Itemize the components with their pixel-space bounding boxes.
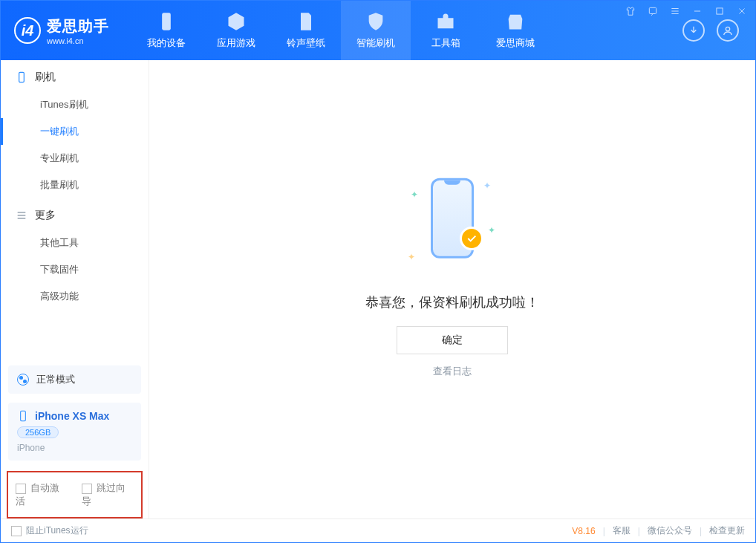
close-button[interactable] xyxy=(736,5,748,17)
nav-label: 智能刷机 xyxy=(356,36,395,50)
block-itunes-checkbox[interactable]: 阻止iTunes运行 xyxy=(11,524,88,537)
top-nav: 我的设备 应用游戏 铃声壁纸 智能刷机 xyxy=(131,1,550,60)
device-type: iPhone xyxy=(17,443,132,453)
nav-label: 爱思商城 xyxy=(496,36,535,50)
phone-icon xyxy=(16,71,27,83)
download-button[interactable] xyxy=(682,19,705,42)
shield-refresh-icon xyxy=(365,11,386,32)
sidebar-item-label: 下载固件 xyxy=(40,264,79,275)
sidebar-group-flash: 刷机 xyxy=(1,60,149,91)
nav-flash[interactable]: 智能刷机 xyxy=(341,1,411,60)
svg-point-1 xyxy=(726,27,729,30)
nav-toolbox[interactable]: 工具箱 xyxy=(411,1,480,60)
nav-label: 我的设备 xyxy=(147,36,186,50)
app-subtitle: www.i4.cn xyxy=(47,36,109,45)
svg-rect-3 xyxy=(717,8,723,14)
header: i4 爱思助手 www.i4.cn 我的设备 应用游戏 xyxy=(1,1,755,60)
auto-activate-checkbox[interactable]: 自动激活 xyxy=(16,481,68,508)
view-log-link[interactable]: 查看日志 xyxy=(433,365,472,378)
status-card[interactable]: 正常模式 xyxy=(8,365,141,394)
minimize-button[interactable] xyxy=(691,5,703,17)
window-controls xyxy=(625,5,748,17)
device-storage: 256GB xyxy=(17,426,59,438)
nav-label: 工具箱 xyxy=(431,36,460,50)
sidebar-item-download-firmware[interactable]: 下载固件 xyxy=(1,256,149,283)
nav-label: 铃声壁纸 xyxy=(287,36,325,50)
mode-icon xyxy=(17,374,29,386)
options-highlight: 自动激活 跳过向导 xyxy=(7,471,143,518)
nav-my-device[interactable]: 我的设备 xyxy=(131,1,201,60)
sidebar-item-oneclick-flash[interactable]: 一键刷机 xyxy=(1,118,149,145)
sidebar-group-more: 更多 xyxy=(1,198,149,230)
wechat-link[interactable]: 微信公众号 xyxy=(648,524,692,537)
sidebar-item-label: 批量刷机 xyxy=(40,179,79,190)
success-panel: ✦ ✦ ✦ ✦ 恭喜您，保资料刷机成功啦！ 确定 查看日志 xyxy=(365,164,539,378)
sparkle-icon: ✦ xyxy=(411,189,418,200)
support-link[interactable]: 客服 xyxy=(613,524,630,537)
sidebar-item-itunes-flash[interactable]: iTunes刷机 xyxy=(1,91,149,118)
checkbox-label: 阻止iTunes运行 xyxy=(26,525,88,536)
sidebar-item-other-tools[interactable]: 其他工具 xyxy=(1,230,149,256)
nav-label: 应用游戏 xyxy=(217,36,255,50)
logo-text: 爱思助手 www.i4.cn xyxy=(47,16,109,45)
main-panel: ✦ ✦ ✦ ✦ 恭喜您，保资料刷机成功啦！ 确定 查看日志 xyxy=(149,60,755,518)
sparkle-icon: ✦ xyxy=(483,181,491,191)
group-title: 更多 xyxy=(35,209,56,222)
nav-apps[interactable]: 应用游戏 xyxy=(201,1,271,60)
cube-icon xyxy=(226,11,247,32)
status-label: 正常模式 xyxy=(36,373,75,386)
check-update-link[interactable]: 检查更新 xyxy=(709,524,745,537)
sidebar-item-label: iTunes刷机 xyxy=(40,99,88,110)
ok-button[interactable]: 确定 xyxy=(397,326,508,354)
device-name: iPhone XS Max xyxy=(35,410,109,422)
logo-icon: i4 xyxy=(14,17,41,44)
success-message: 恭喜您，保资料刷机成功啦！ xyxy=(365,293,539,311)
device-card[interactable]: iPhone XS Max 256GB iPhone xyxy=(8,403,141,461)
skip-guide-checkbox[interactable]: 跳过向导 xyxy=(82,481,134,508)
sidebar-item-advanced[interactable]: 高级功能 xyxy=(1,283,149,310)
sidebar: 刷机 iTunes刷机 一键刷机 专业刷机 批量刷机 更多 其他工具 下载固件 … xyxy=(1,60,149,518)
sidebar-scroll: 刷机 iTunes刷机 一键刷机 专业刷机 批量刷机 更多 其他工具 下载固件 … xyxy=(1,60,149,361)
sidebar-item-batch-flash[interactable]: 批量刷机 xyxy=(1,172,149,198)
sidebar-item-label: 一键刷机 xyxy=(40,126,79,137)
menu-icon[interactable] xyxy=(669,5,681,17)
sidebar-item-label: 专业刷机 xyxy=(40,152,79,163)
phone-illustration: ✦ ✦ ✦ ✦ xyxy=(400,164,504,276)
sidebar-item-label: 其他工具 xyxy=(40,237,79,248)
svg-rect-4 xyxy=(19,72,25,82)
nav-ringtones[interactable]: 铃声壁纸 xyxy=(271,1,341,60)
device-icon xyxy=(156,11,177,32)
store-icon xyxy=(505,11,526,32)
shirt-icon[interactable] xyxy=(625,5,636,17)
account-button[interactable] xyxy=(717,19,739,42)
logo: i4 爱思助手 www.i4.cn xyxy=(1,1,121,60)
body: 刷机 iTunes刷机 一键刷机 专业刷机 批量刷机 更多 其他工具 下载固件 … xyxy=(1,60,755,518)
svg-rect-0 xyxy=(162,13,171,30)
list-icon xyxy=(16,209,27,221)
app-window: i4 爱思助手 www.i4.cn 我的设备 应用游戏 xyxy=(0,0,756,543)
checkmark-badge-icon xyxy=(460,227,483,250)
svg-rect-2 xyxy=(649,7,656,13)
sidebar-item-pro-flash[interactable]: 专业刷机 xyxy=(1,145,149,172)
statusbar: 阻止iTunes运行 V8.16 | 客服 | 微信公众号 | 检查更新 xyxy=(1,518,755,542)
group-title: 刷机 xyxy=(35,71,56,84)
sidebar-item-label: 高级功能 xyxy=(40,290,79,302)
sparkle-icon: ✦ xyxy=(488,225,495,235)
toolbox-icon xyxy=(435,11,456,32)
nav-store[interactable]: 爱思商城 xyxy=(480,1,550,60)
maximize-button[interactable] xyxy=(714,5,726,17)
svg-rect-5 xyxy=(21,411,26,420)
sparkle-icon: ✦ xyxy=(408,252,415,262)
feedback-icon[interactable] xyxy=(647,5,659,17)
version-label: V8.16 xyxy=(572,526,595,536)
app-title: 爱思助手 xyxy=(47,16,109,36)
music-file-icon xyxy=(296,11,316,32)
